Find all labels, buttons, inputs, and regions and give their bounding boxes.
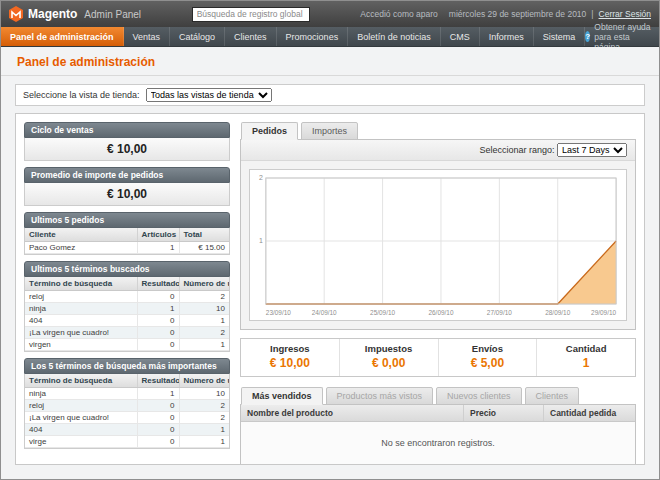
nav-item-catalogo[interactable]: Catálogo [170, 27, 225, 46]
column-header: Término de búsqueda [25, 374, 137, 388]
svg-text:23/09/10: 23/09/10 [266, 309, 291, 316]
table-row[interactable]: 404 0 1 [25, 424, 229, 436]
svg-text:28/09/10: 28/09/10 [545, 309, 570, 316]
stat-impuestos: Impuestos € 0,00 [339, 339, 438, 376]
bestsellers-grid: Nombre del producto Precio Cantidad pedi… [240, 404, 636, 465]
totals-bar: Ingresos € 10,00 Impuestos € 0,00 Envíos… [240, 338, 636, 377]
table-row[interactable]: reloj 0 2 [25, 400, 229, 412]
column-header: Término de búsqueda [25, 277, 137, 291]
logo-primary-text: Magento [28, 7, 77, 21]
store-view-label: Seleccione la vista de tienda: [23, 90, 140, 100]
range-select[interactable]: Last 7 Days [557, 143, 627, 157]
orders-tab-panel: Seleccionar rango: Last 7 Days 1223/09/1… [240, 139, 636, 330]
title-divider [1, 75, 659, 76]
nav-item-boletin[interactable]: Boletín de noticias [348, 27, 441, 46]
column-header: Resultados [137, 277, 179, 291]
nav-item-panel-administracion[interactable]: Panel de administración [1, 27, 124, 46]
help-link[interactable]: ? Obtener ayuda para esta página [585, 27, 659, 46]
grid-column-header: Nombre del producto [241, 405, 463, 421]
table-row[interactable]: 404 0 1 [25, 315, 229, 327]
table-row[interactable]: ninja 1 10 [25, 303, 229, 315]
top-search-table-wrap: Término de búsqueda Resultados Número de… [24, 374, 230, 449]
tab-importes[interactable]: Importes [301, 122, 358, 140]
orders-amounts-tabs: Pedidos Importes [241, 122, 636, 140]
lifetime-sales-title: Ciclo de ventas [24, 122, 230, 138]
svg-text:2: 2 [259, 174, 263, 181]
nav-item-cms[interactable]: CMS [441, 27, 480, 46]
dashboard: Ciclo de ventas € 10,00 Promedio de impo… [15, 113, 645, 465]
tab-mas-vendidos[interactable]: Más vendidos [241, 387, 323, 405]
nav-item-informes[interactable]: Informes [480, 27, 534, 46]
table-row[interactable]: ¡La virgen que cuadro! 0 2 [25, 412, 229, 424]
logged-in-as: Accedió como aparo [360, 9, 438, 19]
tab-clientes[interactable]: Clientes [525, 387, 580, 405]
column-header: Número de usos [179, 374, 229, 388]
column-header: Resultados [137, 374, 179, 388]
stat-ingresos: Ingresos € 10,00 [241, 339, 339, 376]
tab-nuevos-clientes[interactable]: Nuevos clientes [436, 387, 522, 405]
last-orders-panel: Ultimos 5 pedidos Cliente Artículos Tota… [24, 212, 230, 255]
table-row[interactable]: virge 0 1 [25, 436, 229, 448]
nav-item-clientes[interactable]: Clientes [225, 27, 277, 46]
last-search-title: Ultimos 5 términos buscados [24, 261, 230, 277]
table-row[interactable]: reloj 0 2 [25, 291, 229, 303]
stat-cantidad: Cantidad 1 [536, 339, 635, 376]
last-orders-table: Cliente Artículos Total Paco Gomez 1 € 1… [25, 228, 229, 254]
range-label: Seleccionar rango: [479, 145, 554, 155]
orders-chart-box: 1223/09/1024/09/1025/09/1026/09/1027/09/… [249, 169, 627, 321]
tab-productos-mas-vistos[interactable]: Productos más vistos [326, 387, 434, 405]
last-search-table: Término de búsqueda Resultados Número de… [25, 277, 229, 351]
magento-logo[interactable]: Magento Admin Panel [9, 6, 141, 22]
svg-text:29/09/10: 29/09/10 [591, 309, 616, 316]
average-orders-title: Promedio de importe de pedidos [24, 167, 230, 183]
svg-text:1: 1 [259, 237, 263, 244]
global-search-input[interactable] [192, 7, 310, 22]
product-report-tabs: Más vendidos Productos más vistos Nuevos… [241, 387, 636, 405]
top-search-panel: Los 5 términos de búsqueda más important… [24, 358, 230, 449]
range-bar: Seleccionar rango: Last 7 Days [241, 140, 635, 161]
top-search-table: Término de búsqueda Resultados Número de… [25, 374, 229, 448]
grid-column-header: Precio [463, 405, 543, 421]
content-area: Panel de administración Seleccione la vi… [1, 47, 659, 479]
header: Magento Admin Panel Accedió como aparo m… [1, 1, 659, 27]
last-search-panel: Ultimos 5 términos buscados Término de b… [24, 261, 230, 352]
main-nav: Panel de administración Ventas Catálogo … [1, 27, 659, 47]
svg-text:27/09/10: 27/09/10 [487, 309, 512, 316]
grid-column-header: Cantidad pedida [543, 405, 635, 421]
store-view-bar: Seleccione la vista de tienda: Todas las… [15, 84, 645, 106]
user-info: Accedió como aparo miércoles 29 de septi… [360, 9, 651, 19]
nav-item-sistema[interactable]: Sistema [534, 27, 586, 46]
svg-text:26/09/10: 26/09/10 [428, 309, 453, 316]
table-row[interactable]: Paco Gomez 1 € 15.00 [25, 242, 229, 254]
separator: | [591, 9, 593, 19]
lifetime-sales-panel: Ciclo de ventas € 10,00 [24, 122, 230, 161]
column-header: Total [179, 228, 229, 242]
last-orders-title: Ultimos 5 pedidos [24, 212, 230, 228]
last-search-table-wrap: Término de búsqueda Resultados Número de… [24, 277, 230, 352]
current-date: miércoles 29 de septiembre de 2010 [449, 9, 587, 19]
column-header: Artículos [137, 228, 179, 242]
column-header: Número de usos [179, 277, 229, 291]
nav-item-promociones[interactable]: Promociones [277, 27, 349, 46]
table-row[interactable]: ninja 1 10 [25, 388, 229, 400]
grid-empty-message: No se encontraron registros. [241, 422, 635, 465]
table-row[interactable]: ¡La virgen que cuadro! 0 2 [25, 327, 229, 339]
nav-item-ventas[interactable]: Ventas [124, 27, 171, 46]
help-icon: ? [585, 31, 590, 42]
store-view-select[interactable]: Todas las vistas de tienda [146, 88, 272, 102]
logo-secondary-text: Admin Panel [84, 9, 141, 20]
orders-chart: 1223/09/1024/09/1025/09/1026/09/1027/09/… [250, 170, 626, 320]
dashboard-left-column: Ciclo de ventas € 10,00 Promedio de impo… [24, 122, 230, 456]
page-title: Panel de administración [17, 55, 643, 69]
magento-logo-icon [9, 6, 23, 22]
svg-text:25/09/10: 25/09/10 [370, 309, 395, 316]
tab-pedidos[interactable]: Pedidos [241, 122, 298, 140]
top-search-title: Los 5 términos de búsqueda más important… [24, 358, 230, 374]
svg-text:24/09/10: 24/09/10 [312, 309, 337, 316]
average-orders-panel: Promedio de importe de pedidos € 10,00 [24, 167, 230, 206]
dashboard-right-column: Pedidos Importes Seleccionar rango: Last… [240, 122, 636, 456]
magento-admin-window: Magento Admin Panel Accedió como aparo m… [0, 0, 660, 480]
column-header: Cliente [25, 228, 137, 242]
table-row[interactable]: virgen 0 1 [25, 339, 229, 351]
logout-link[interactable]: Cerrar Sesión [599, 9, 651, 19]
